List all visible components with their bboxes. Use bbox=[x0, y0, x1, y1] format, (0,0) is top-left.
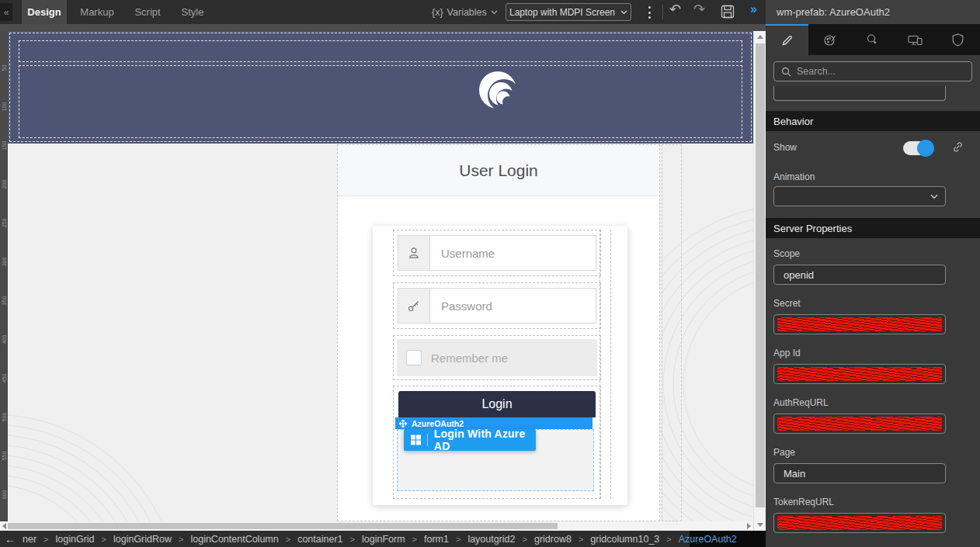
breadcrumb-item[interactable]: loginContentColumn bbox=[190, 534, 278, 545]
scroll-up-icon[interactable] bbox=[757, 35, 763, 39]
remember-me-checkbox[interactable] bbox=[406, 350, 422, 365]
prefab-tag-label: AzureOAuth2 bbox=[412, 419, 464, 428]
variables-brace-icon: {x} bbox=[432, 7, 443, 18]
password-input[interactable] bbox=[429, 288, 596, 324]
brand-wave-logo bbox=[478, 70, 521, 113]
vertical-ruler: 50 100 150 200 250 300 350 400 450 500 5… bbox=[0, 31, 8, 521]
tab-markup[interactable]: Markup bbox=[74, 0, 120, 24]
variables-menu[interactable]: {x} Variables bbox=[432, 0, 498, 24]
canvas-horizontal-scrollbar[interactable] bbox=[0, 521, 753, 531]
button-divider bbox=[427, 434, 428, 446]
vertical-scroll-thumb[interactable] bbox=[756, 43, 765, 507]
breadcrumb-back-icon[interactable]: ← bbox=[5, 533, 16, 545]
breadcrumb-item[interactable]: gridcolumn10_3 bbox=[590, 534, 659, 545]
login-button[interactable]: Login bbox=[398, 391, 596, 417]
scope-label: Scope bbox=[773, 248, 800, 259]
breadcrumb-item[interactable]: container1 bbox=[297, 534, 342, 545]
canvas-vertical-scrollbar[interactable] bbox=[753, 31, 766, 531]
save-icon[interactable] bbox=[721, 5, 735, 19]
azure-login-button[interactable]: Login With Azure AD bbox=[404, 429, 536, 451]
microsoft-logo-icon bbox=[411, 434, 421, 445]
breadcrumb-item-active[interactable]: AzureOAuth2 bbox=[679, 534, 737, 545]
top-toolbar: « Design Markup Script Style {x} Variabl… bbox=[0, 0, 766, 24]
redo-icon[interactable]: ↷ bbox=[693, 1, 705, 18]
undo-icon[interactable]: ↶ bbox=[669, 1, 681, 18]
animation-select[interactable] bbox=[773, 186, 946, 206]
tab-script[interactable]: Script bbox=[127, 0, 168, 24]
horizontal-ruler bbox=[0, 24, 766, 31]
chevron-down-icon bbox=[930, 194, 938, 199]
tab-inspect[interactable] bbox=[851, 24, 894, 55]
redaction-scribble bbox=[777, 317, 942, 331]
remember-me-row: Remember me bbox=[393, 335, 601, 380]
horizontal-scroll-thumb[interactable] bbox=[8, 523, 558, 529]
user-icon bbox=[398, 235, 429, 271]
shield-icon bbox=[952, 33, 964, 47]
secret-label: Secret bbox=[773, 298, 801, 309]
breadcrumb-item[interactable]: loginGridRow bbox=[113, 534, 172, 545]
scroll-left-icon[interactable] bbox=[2, 523, 6, 529]
property-search[interactable] bbox=[773, 61, 972, 81]
redaction-scribble bbox=[777, 367, 942, 381]
section-server-properties: Server Properties bbox=[766, 218, 980, 238]
page-preview: User Login bbox=[8, 31, 753, 521]
appid-label: App Id bbox=[773, 348, 801, 358]
variables-label: Variables bbox=[447, 7, 487, 18]
header-row-outline bbox=[19, 40, 742, 62]
secret-input[interactable] bbox=[773, 314, 946, 334]
more-options-icon[interactable] bbox=[644, 5, 655, 19]
breadcrumb-item[interactable]: gridrow8 bbox=[534, 534, 572, 545]
breadcrumb-item[interactable]: ner bbox=[23, 534, 36, 545]
animation-label: Animation bbox=[773, 171, 815, 182]
grid-column-outline bbox=[599, 230, 611, 499]
inspector-tabs bbox=[766, 24, 980, 55]
breadcrumb-item[interactable]: layoutgrid2 bbox=[467, 534, 515, 545]
toolbar-divider bbox=[662, 5, 663, 19]
tokenrequrl-input[interactable] bbox=[773, 513, 946, 533]
search-input[interactable] bbox=[797, 66, 952, 77]
tab-design[interactable]: Design bbox=[22, 0, 67, 24]
username-input[interactable] bbox=[429, 235, 596, 271]
password-row bbox=[393, 282, 601, 329]
inspector-title: wm-prefab: AzureOAuth2 bbox=[766, 0, 980, 24]
chevron-down-icon bbox=[620, 10, 627, 15]
tab-style[interactable]: Style bbox=[174, 0, 211, 24]
scroll-down-icon[interactable] bbox=[757, 523, 763, 527]
bind-property-icon[interactable] bbox=[952, 141, 964, 153]
authrequrl-input[interactable] bbox=[773, 414, 946, 434]
show-label: Show bbox=[773, 142, 797, 153]
device-selector[interactable]: Laptop with MDPI Screen bbox=[506, 3, 631, 21]
appid-input[interactable] bbox=[773, 364, 946, 384]
scroll-right-icon[interactable] bbox=[747, 523, 751, 529]
chevron-down-icon bbox=[491, 10, 498, 15]
search-icon bbox=[781, 67, 791, 77]
widget-breadcrumb: ← ner> loginGrid> loginGridRow> loginCon… bbox=[0, 531, 690, 547]
tokenrequrl-label: TokenReqURL bbox=[773, 497, 834, 507]
page-input[interactable]: Main bbox=[773, 463, 946, 483]
header-content-outline bbox=[19, 65, 742, 138]
redaction-scribble bbox=[777, 417, 942, 431]
tab-devices[interactable] bbox=[894, 24, 937, 55]
tab-security[interactable] bbox=[937, 24, 979, 55]
pencil-icon bbox=[781, 35, 793, 47]
show-toggle[interactable] bbox=[903, 141, 933, 155]
scope-input[interactable]: openid bbox=[773, 265, 946, 285]
scrolled-input-remainder bbox=[773, 86, 946, 101]
breadcrumb-item[interactable]: form1 bbox=[424, 534, 449, 545]
design-canvas: 50 100 150 200 250 300 350 400 450 500 5… bbox=[0, 24, 766, 531]
breadcrumb-item[interactable]: loginForm bbox=[362, 534, 405, 545]
page-title: User Login bbox=[459, 161, 538, 180]
remember-me-label: Remember me bbox=[431, 351, 508, 365]
breadcrumb-item[interactable]: loginGrid bbox=[56, 534, 95, 545]
tab-properties[interactable] bbox=[766, 24, 808, 55]
azure-prefab-container: Login With Azure AD bbox=[397, 429, 594, 491]
page-header-widget[interactable] bbox=[8, 31, 753, 144]
device-selector-value: Laptop with MDPI Screen bbox=[509, 7, 615, 18]
panel-heading: User Login bbox=[338, 145, 659, 196]
tab-styles[interactable] bbox=[808, 24, 851, 55]
key-icon bbox=[398, 288, 429, 324]
expand-panel-icon[interactable]: » bbox=[750, 2, 757, 16]
authrequrl-label: AuthReqURL bbox=[773, 397, 829, 408]
redaction-scribble bbox=[777, 516, 942, 530]
collapse-left-panel-icon[interactable]: « bbox=[0, 3, 12, 21]
